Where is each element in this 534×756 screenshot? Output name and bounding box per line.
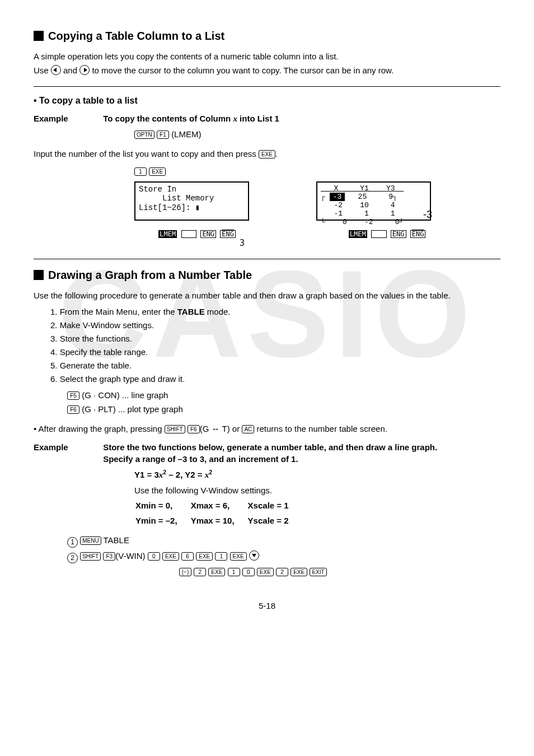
example2-text: Store the two functions below, generate …	[103, 441, 450, 465]
op-step-2b: (−) 2 EXE 1 0 EXE 2 EXE EXIT	[179, 566, 500, 577]
key-exe-7[interactable]: EXE	[257, 568, 274, 576]
key-menu[interactable]: MENU	[80, 536, 101, 545]
example2-eq: Y1 = 3x2 – 2, Y2 = x2	[134, 468, 500, 481]
key-f6[interactable]: F6	[67, 405, 79, 414]
section2-p1: Use the following procedure to generate …	[34, 290, 500, 301]
key-0-b[interactable]: 0	[242, 568, 255, 576]
graph-type-plt: F6 (G · PLT) ... plot type graph	[67, 403, 500, 415]
page-number: 5-18	[34, 600, 500, 612]
key-shift[interactable]: SHIFT	[165, 425, 185, 433]
sub-copy-list: To copy a table to a list	[34, 95, 500, 107]
cursor-down-icon[interactable]	[249, 550, 259, 561]
key-1-c[interactable]: 1	[228, 568, 240, 576]
cursor-right-icon	[79, 65, 90, 75]
key-1[interactable]: 1	[134, 167, 147, 176]
procedure-list: 1. From the Main Menu, enter the TABLE m…	[50, 306, 500, 385]
proc-step: 1. From the Main Menu, enter the TABLE m…	[50, 306, 500, 318]
proc-step: 3. Store the functions.	[50, 333, 500, 344]
vw-intro: Use the following V-Window settings.	[134, 484, 500, 496]
key-shift-2[interactable]: SHIFT	[80, 552, 101, 561]
section1-p2: Use and to move the cursor to the column…	[34, 64, 500, 76]
key-f1[interactable]: F1	[157, 130, 169, 139]
key-exe-4[interactable]: EXE	[196, 552, 213, 561]
key-2[interactable]: 2	[194, 568, 206, 576]
section2-heading: Drawing a Graph from a Number Table	[34, 267, 500, 283]
section1-heading: Copying a Table Column to a List	[34, 28, 500, 44]
key-exe-8[interactable]: EXE	[291, 568, 307, 576]
key-exe-3[interactable]: EXE	[162, 552, 179, 561]
key-f6-2[interactable]: F6	[188, 425, 200, 433]
key-optn[interactable]: OPTN	[134, 130, 154, 139]
proc-step: 5. Generate the table.	[50, 360, 500, 371]
proc-step: 4. Specify the table range.	[50, 346, 500, 358]
section1-p1: A simple operation lets you copy the con…	[34, 50, 500, 62]
op-step-1: 1 MENU TABLE	[67, 534, 500, 548]
key-f5[interactable]: F5	[67, 391, 79, 400]
after-draw-note: • After drawing the graph, pressing SHIF…	[34, 423, 500, 435]
proc-step: 2. Make V-Window settings.	[50, 319, 500, 331]
cursor-left-icon	[51, 65, 61, 75]
proc-step: 6. Select the graph type and draw it.	[50, 373, 500, 385]
key-exit[interactable]: EXIT	[310, 568, 326, 576]
key-neg[interactable]: (−)	[179, 568, 191, 576]
key-f3[interactable]: F3	[103, 552, 115, 561]
section1-p3: Input the number of the list you want to…	[34, 148, 500, 160]
key-1-b[interactable]: 1	[215, 552, 227, 561]
key-ac[interactable]: AC	[242, 425, 254, 433]
example-label: Example	[34, 113, 101, 124]
key-exe-6[interactable]: EXE	[208, 568, 225, 576]
vwindow-settings: Xmin = 0,Xmax = 6,Xscale = 1 Ymin = –2,Y…	[134, 497, 302, 529]
separator	[34, 86, 500, 87]
keyseq-lmem: OPTN F1 (LMEM)	[134, 128, 500, 140]
op-step-2: 2 SHIFT F3(V-WIN) 0 EXE 6 EXE 1 EXE	[67, 550, 500, 563]
key-exe-5[interactable]: EXE	[230, 552, 247, 561]
key-exe[interactable]: EXE	[259, 150, 275, 158]
graph-type-con: F5 (G · CON) ... line graph	[67, 389, 500, 401]
key-0[interactable]: 0	[148, 552, 160, 561]
separator-2	[34, 259, 500, 259]
example2-label: Example	[34, 441, 101, 453]
key-2-b[interactable]: 2	[276, 568, 288, 576]
keyseq-1exe: 1 EXE	[134, 165, 500, 177]
lcd-screenshot-2: X Y1 Y3 ┌ -3 25 9┐ -2 10 4 -1 1 1 └ 0 -2…	[316, 181, 432, 248]
key-6[interactable]: 6	[181, 552, 194, 561]
lcd-screenshot-1: Store In List Memory List[1~26]: ▮ 3 LME…	[134, 181, 249, 248]
key-exe-2[interactable]: EXE	[149, 167, 166, 176]
example1-text: To copy the contents of Column x into Li…	[103, 113, 450, 125]
